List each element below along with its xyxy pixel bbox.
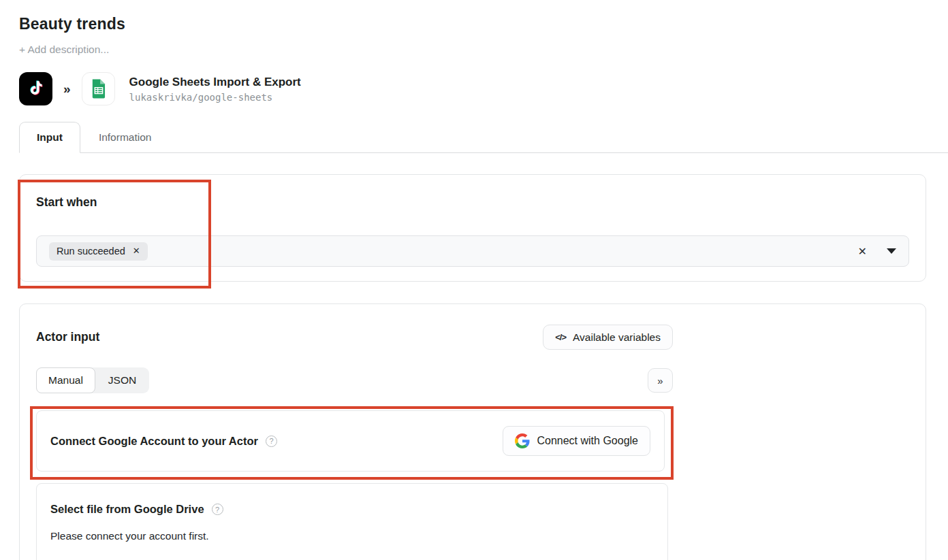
select-file-label: Select file from Google Drive (50, 503, 204, 516)
mode-manual-button[interactable]: Manual (36, 367, 95, 393)
connect-google-label: Connect Google Account to your Actor (50, 435, 258, 448)
tab-bar: Input Information (19, 122, 948, 153)
page: Beauty trends + Add description... » Goo… (0, 0, 948, 560)
start-when-card: Start when Run succeeded ✕ ✕ (19, 174, 926, 282)
connect-google-label-row: Connect Google Account to your Actor ? (50, 435, 277, 448)
tiktok-icon (19, 72, 52, 105)
integration-meta: Google Sheets Import & Export lukaskrivk… (129, 76, 301, 103)
input-mode-toggle: Manual JSON (36, 367, 149, 393)
sheets-glyph (87, 78, 110, 100)
content: Start when Run succeeded ✕ ✕ Actor input… (19, 174, 926, 560)
double-chevron-icon: » (657, 375, 663, 386)
tab-input[interactable]: Input (19, 122, 80, 153)
help-icon[interactable]: ? (266, 435, 277, 447)
select-file-label-row: Select file from Google Drive ? (50, 503, 654, 516)
add-description-link[interactable]: + Add description... (19, 44, 948, 56)
connect-first-note: Please connect your account first. (50, 530, 654, 542)
tab-information[interactable]: Information (80, 122, 170, 152)
actor-input-header-row: Actor input </> Available variables (36, 325, 673, 350)
select-clear-icon[interactable]: ✕ (858, 245, 867, 258)
select-file-field: Select file from Google Drive ? Please c… (36, 483, 668, 560)
chip-remove-icon[interactable]: ✕ (133, 246, 140, 256)
page-title: Beauty trends (19, 15, 948, 33)
integration-arrow: » (63, 82, 71, 97)
integration-header: » Google Sheets Import & Export lukaskri… (19, 72, 948, 105)
connect-with-google-button[interactable]: Connect with Google (503, 426, 650, 456)
actor-path: lukaskrivka/google-sheets (129, 92, 301, 103)
help-icon[interactable]: ? (212, 504, 223, 515)
chevron-down-icon[interactable] (887, 248, 896, 254)
code-icon: </> (555, 332, 566, 342)
actor-input-card: Actor input </> Available variables Manu… (19, 303, 926, 560)
actor-name: Google Sheets Import & Export (129, 76, 301, 89)
google-g-icon (515, 433, 530, 448)
select-controls: ✕ (858, 245, 896, 258)
tiktok-note-glyph (27, 80, 45, 98)
collapse-button[interactable]: » (648, 368, 673, 393)
available-variables-button[interactable]: </> Available variables (543, 325, 673, 350)
start-when-heading: Start when (36, 195, 909, 210)
connect-with-google-label: Connect with Google (537, 435, 638, 447)
available-variables-label: Available variables (573, 331, 661, 344)
actor-input-inner: Actor input </> Available variables Manu… (36, 325, 673, 560)
chip-label: Run succeeded (57, 246, 125, 257)
actor-input-heading: Actor input (36, 330, 99, 344)
connect-google-field: Connect Google Account to your Actor ? C… (36, 410, 665, 472)
selected-trigger-chip: Run succeeded ✕ (49, 242, 148, 261)
mode-json-button[interactable]: JSON (95, 367, 149, 393)
trigger-select[interactable]: Run succeeded ✕ ✕ (36, 235, 909, 267)
mode-row: Manual JSON » (36, 367, 673, 393)
google-sheets-icon (82, 72, 115, 105)
